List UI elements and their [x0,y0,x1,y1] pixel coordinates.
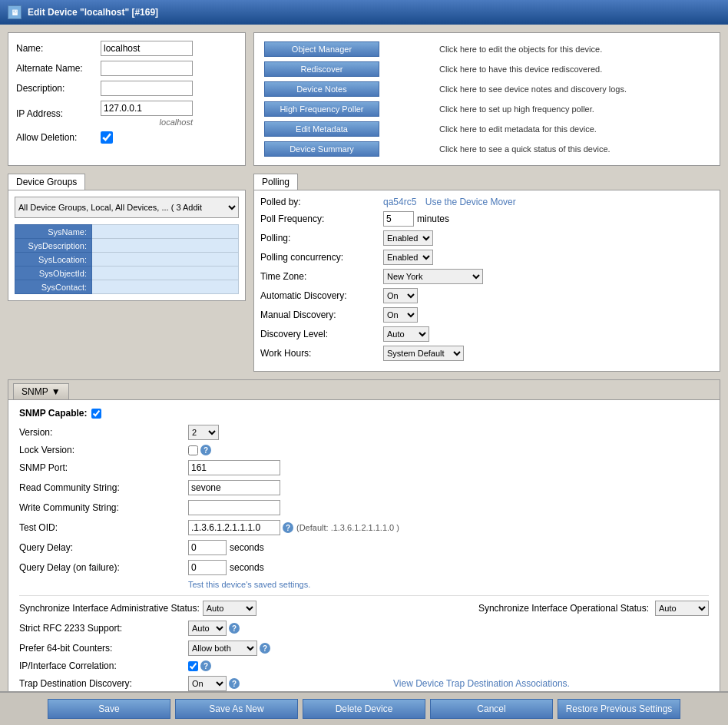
ip-corr-help-icon[interactable]: ? [200,660,211,671]
test-link-row: Test this device's saved settings. [19,580,709,589]
query-delay-input[interactable] [188,540,227,555]
sys-row-1: SysDescription: [15,239,239,253]
polling-select[interactable]: EnabledDisabled [383,230,433,246]
sync-oper-select[interactable]: AutoOnOff [655,601,709,616]
device-groups-panel: Device Groups All Device Groups, Local, … [8,174,246,372]
action-desc-1: Click here to have this device rediscove… [435,59,713,79]
ip-corr-checkbox[interactable] [188,661,198,671]
query-delay-fail-label: Query Delay (on failure): [19,562,188,573]
auto-discovery-row: Automatic Discovery: OnOff [260,288,713,303]
prefer64-help-icon[interactable]: ? [260,643,270,654]
snmp-port-row: SNMP Port: [19,460,709,475]
polling-tab[interactable]: Polling [253,174,298,190]
trap-dest-link[interactable]: View Device Trap Destination Association… [393,678,570,689]
description-input[interactable] [101,81,193,96]
test-oid-input[interactable] [188,520,280,535]
action-btn-0[interactable]: Object Manager [264,41,379,57]
action-btn-2[interactable]: Device Notes [264,81,379,97]
action-row-1: Rediscover Click here to have this devic… [260,59,713,79]
lock-version-checkbox[interactable] [188,445,198,455]
test-oid-row: Test OID: ? (Default: .1.3.6.1.2.1.1.1.0… [19,520,709,535]
rfc-help-icon[interactable]: ? [229,623,240,634]
sync-oper-right: Synchronize Interface Operational Status… [478,601,709,616]
test-oid-help-icon[interactable]: ? [283,522,293,533]
restore-button[interactable]: Restore Previous Settings [558,699,680,719]
lock-version-row: Lock Version: ? [19,445,709,455]
allow-deletion-checkbox[interactable] [101,131,113,144]
sync-admin-select[interactable]: AutoOnOff [203,601,256,616]
snmp-port-label: SNMP Port: [19,462,188,473]
action-desc-3: Click here to set up high frequency poll… [435,99,713,119]
device-groups-tab-label: Device Groups [16,177,77,187]
version-row: Version: 213 [19,425,709,440]
discovery-level-select[interactable]: Auto [383,326,429,342]
read-community-input[interactable] [188,480,280,495]
poll-freq-label: Poll Frequency: [260,214,383,224]
test-oid-label: Test OID: [19,522,188,533]
snmp-capable-row: SNMP Capable: [19,408,709,419]
action-desc-4: Click here to edit metadata for this dev… [435,119,713,139]
polled-by-row: Polled by: qa54rc5 Use the Device Mover [260,197,713,207]
ip-corr-label: IP/Interface Correlation: [19,660,188,671]
action-row-2: Device Notes Click here to see device no… [260,79,713,99]
snmp-tab[interactable]: SNMP ▼ [13,383,69,399]
poll-freq-input[interactable] [383,211,414,227]
action-btn-3[interactable]: High Frequency Poller [264,101,379,117]
name-label: Name: [16,43,101,54]
device-groups-select[interactable]: All Device Groups, Local, All Devices, .… [15,197,239,218]
timezone-label: Time Zone: [260,271,383,282]
work-hours-select[interactable]: System Default [383,346,464,361]
title-bar: 🖥 Edit Device "localhost" [#169] [0,0,728,25]
sys-value-3 [92,266,239,280]
timezone-select[interactable]: New York [383,269,483,284]
prefer64-select[interactable]: Allow both [188,641,257,656]
ip-input[interactable] [101,101,193,116]
auto-discovery-label: Automatic Discovery: [260,290,383,301]
save-button[interactable]: Save [48,699,170,719]
poll-concurrency-label: Polling concurrency: [260,252,383,263]
sys-label-1: SysDescription: [15,239,92,253]
snmp-section: SNMP ▼ SNMP Capable: Version: 213 Lock V… [8,379,720,725]
test-settings-link[interactable]: Test this device's saved settings. [188,580,310,589]
poll-concurrency-select[interactable]: EnabledDisabled [383,250,433,265]
query-delay-fail-row: Query Delay (on failure): seconds [19,560,709,575]
action-row-4: Edit Metadata Click here to edit metadat… [260,119,713,139]
trap-dest-help-icon[interactable]: ? [229,678,240,689]
trap-dest-row: Trap Destination Discovery: OnOff ? View… [19,676,709,691]
page-title: Edit Device "localhost" [#169] [28,7,158,18]
lock-version-help-icon[interactable]: ? [200,445,211,455]
save-new-button[interactable]: Save As New [175,699,298,719]
snmp-capable-checkbox[interactable] [91,409,101,419]
query-delay-unit: seconds [230,542,264,553]
sys-row-0: SysName: [15,225,239,239]
device-groups-tab[interactable]: Device Groups [8,174,85,190]
query-delay-fail-input[interactable] [188,560,227,575]
snmp-port-input[interactable] [188,460,280,475]
work-hours-row: Work Hours: System Default [260,346,713,361]
alt-name-input[interactable] [101,61,193,76]
query-delay-row: Query Delay: seconds [19,540,709,555]
snmp-capable-label: SNMP Capable: [19,408,87,419]
rfc-select[interactable]: AutoOnOff [188,621,227,636]
ip-row: IP Address: localhost [16,101,237,127]
poll-freq-unit: minutes [417,214,449,224]
sys-value-4 [92,280,239,294]
action-btn-5[interactable]: Device Summary [264,141,379,157]
action-btn-1[interactable]: Rediscover [264,61,379,77]
auto-discovery-select[interactable]: OnOff [383,288,418,303]
cancel-button[interactable]: Cancel [430,699,553,719]
write-community-input[interactable] [188,500,280,515]
action-btn-4[interactable]: Edit Metadata [264,121,379,137]
delete-button[interactable]: Delete Device [303,699,425,719]
allow-deletion-label: Allow Deletion: [16,132,101,143]
version-select[interactable]: 213 [188,425,219,440]
discovery-level-label: Discovery Level: [260,329,383,339]
trap-dest-select[interactable]: OnOff [188,676,227,691]
name-input[interactable] [101,41,193,56]
device-mover-link[interactable]: Use the Device Mover [425,197,516,207]
manual-discovery-select[interactable]: OnOff [383,307,418,323]
sys-value-0 [92,225,239,239]
sys-label-4: SysContact: [15,280,92,294]
polling-panel: Polling Polled by: qa54rc5 Use the Devic… [253,174,720,372]
query-delay-fail-unit: seconds [230,562,264,573]
